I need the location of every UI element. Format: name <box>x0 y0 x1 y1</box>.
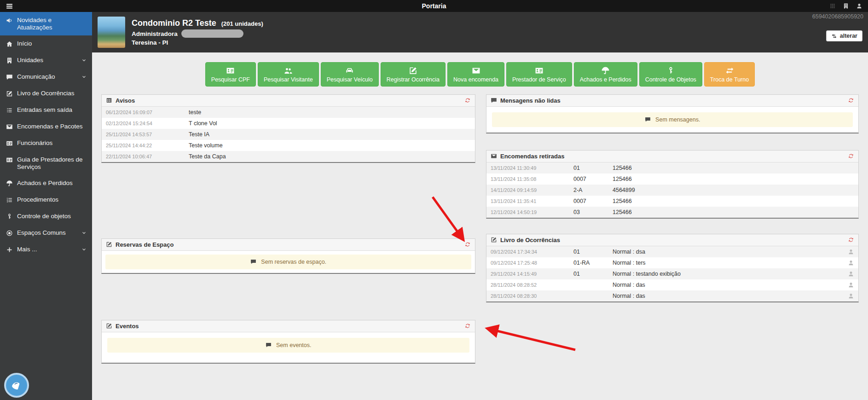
empty-notice: Sem eventos. <box>107 338 469 353</box>
panel-eventos-header: Eventos <box>102 320 475 332</box>
prestador-de-servico-button[interactable]: Prestador de Serviço <box>506 62 572 87</box>
sidebar-item-livro-de-ocorrencias[interactable]: Livro de Ocorrências <box>0 85 92 102</box>
table-row[interactable]: 25/11/2024 14:44:22Teste volume <box>102 140 475 151</box>
chevron-down-icon <box>81 75 87 80</box>
building-icon[interactable] <box>843 3 849 9</box>
table-row[interactable]: 09/12/2024 17:25:4801-RANormal : ters <box>486 257 858 268</box>
topbar-icons <box>829 3 862 9</box>
table-row[interactable]: 25/11/2024 14:53:57Teste IA <box>102 129 475 140</box>
panel-title: Livro de Ocorrências <box>500 237 560 243</box>
livro-list: 09/12/2024 17:34:3401Normal : dsa09/12/2… <box>486 246 858 301</box>
panel-avisos: Avisos 06/12/2024 16:09:07teste02/12/202… <box>101 94 475 163</box>
key-icon <box>666 66 675 75</box>
table-row[interactable]: 29/11/2024 14:15:4901Normal : testando e… <box>486 268 858 279</box>
pesquisar-visitante-button[interactable]: Pesquisar Visitante <box>258 62 319 87</box>
user-icon <box>848 282 854 288</box>
pesquisar-veiculo-button[interactable]: Pesquisar Veículo <box>321 62 379 87</box>
refresh-icon[interactable] <box>464 97 471 104</box>
table-row[interactable]: 28/11/2024 08:28:30Normal : das <box>486 290 858 301</box>
condo-city: Teresina - PI <box>132 39 263 46</box>
table-row[interactable]: 14/11/2024 09:14:592-A4564899 <box>486 185 858 196</box>
edit-icon <box>106 323 112 329</box>
panel-title: Avisos <box>116 97 135 104</box>
user-icon <box>848 249 854 255</box>
change-condo-button[interactable]: alterar <box>826 30 862 41</box>
sidebar-item-espacos-comuns[interactable]: Espaços Comuns <box>0 225 92 241</box>
refresh-icon[interactable] <box>464 323 471 329</box>
user-icon <box>848 260 854 266</box>
cell-text: Teste volume <box>189 142 471 149</box>
condo-info: Condominio R2 Teste (201 unidades) Admin… <box>132 18 263 46</box>
cell-text: T clone Vol <box>189 120 471 127</box>
accessibility-widget[interactable] <box>4 372 29 398</box>
cell-unit: 01 <box>573 165 613 171</box>
sidebar-item-label: Unidades <box>17 57 77 64</box>
cell-date: 06/12/2024 16:09:07 <box>106 110 189 115</box>
cell-date: 12/11/2024 14:50:19 <box>491 209 573 215</box>
sidebar-item-procedimentos[interactable]: Procedimentos <box>0 191 92 208</box>
cell-text: Teste IA <box>189 131 471 138</box>
sidebar-item-unidades[interactable]: Unidades <box>0 52 92 69</box>
dashboard: Pesquisar CPFPesquisar VisitantePesquisa… <box>92 52 868 400</box>
controle-de-objetos-button[interactable]: Controle de Objetos <box>639 62 702 87</box>
panel-title: Reservas de Espaço <box>116 241 174 248</box>
panel-mensagens: Mensagens não lidas Sem mensagens. <box>486 94 859 133</box>
encomendas-list: 13/11/2024 11:30:490112546613/11/2024 11… <box>486 162 858 218</box>
panel-reservas: Reservas de Espaço Sem reservas de espaç… <box>101 238 475 274</box>
cell-text: Teste da Capa <box>189 153 471 160</box>
cell-date: 09/12/2024 17:25:48 <box>491 260 573 266</box>
empty-notice: Sem reservas de espaço. <box>105 255 471 269</box>
sidebar-item-label: Mais ... <box>17 246 77 253</box>
user-icon[interactable] <box>856 3 862 9</box>
user-icon <box>848 271 854 277</box>
table-row[interactable]: 22/11/2024 10:06:47Teste da Capa <box>102 151 475 162</box>
building-icon <box>6 57 13 64</box>
sidebar-item-novidades-atualizacoes[interactable]: Novidades e Atualizações <box>0 12 92 35</box>
cell-date: 28/11/2024 08:28:52 <box>491 282 573 288</box>
chevron-down-icon <box>81 247 87 252</box>
refresh-icon[interactable] <box>848 97 854 104</box>
table-row[interactable]: 02/12/2024 15:24:54T clone Vol <box>102 118 475 129</box>
sidebar-menu: Novidades e AtualizaçõesInícioUnidadesCo… <box>0 12 92 258</box>
panel-avisos-header: Avisos <box>102 95 475 107</box>
table-row[interactable]: 09/12/2024 17:34:3401Normal : dsa <box>486 246 858 257</box>
sidebar-item-mais[interactable]: Mais ... <box>0 241 92 258</box>
table-row[interactable]: 06/12/2024 16:09:07teste <box>102 107 475 118</box>
registrar-ocorrencia-button[interactable]: Registrar Ocorrência <box>381 62 446 87</box>
cell-unit: 01 <box>573 249 613 255</box>
table-row[interactable]: 13/11/2024 11:30:4901125466 <box>486 162 858 174</box>
refresh-icon[interactable] <box>464 241 471 248</box>
sidebar-item-comunicacao[interactable]: Comunicação <box>0 69 92 85</box>
nova-encomenda-button[interactable]: Nova encomenda <box>447 62 504 87</box>
user-icon <box>848 293 854 299</box>
sidebar-item-encomendas-e-pacotes[interactable]: Encomendas e Pacotes <box>0 118 92 135</box>
button-label: Pesquisar Visitante <box>264 77 313 83</box>
table-row[interactable]: 13/11/2024 11:35:410007125466 <box>486 196 858 207</box>
achados-e-perdidos-button[interactable]: Achados e Perdidos <box>574 62 637 87</box>
troca-de-turno-button[interactable]: Troca de Turno <box>704 62 755 87</box>
sidebar-item-inicio[interactable]: Início <box>0 35 92 52</box>
address-card-icon <box>6 157 13 163</box>
table-row[interactable]: 13/11/2024 11:35:080007125466 <box>486 174 858 185</box>
panel-reservas-header: Reservas de Espaço <box>102 239 475 251</box>
pesquisar-cpf-button[interactable]: Pesquisar CPF <box>205 62 256 87</box>
apps-icon[interactable] <box>829 3 836 9</box>
panel-encomendas: Encomendas retiradas 13/11/2024 11:30:49… <box>486 150 859 219</box>
edit-icon <box>491 237 497 243</box>
table-row[interactable]: 12/11/2024 14:50:1903125466 <box>486 207 858 218</box>
sidebar-item-label: Novidades e Atualizações <box>17 17 87 31</box>
table-row[interactable]: 28/11/2024 08:28:52Normal : das <box>486 279 858 290</box>
right-column: Mensagens não lidas Sem mensagens. <box>486 94 859 364</box>
cell-code: 4564899 <box>613 187 854 193</box>
sidebar-item-controle-de-objetos[interactable]: Controle de objetos <box>0 208 92 225</box>
sidebar-item-funcionarios[interactable]: Funcionários <box>0 135 92 151</box>
sidebar-item-entradas-sem-saida[interactable]: Entradas sem saída <box>0 102 92 118</box>
cell-unit: 0007 <box>573 198 613 204</box>
refresh-icon[interactable] <box>848 237 854 243</box>
sidebar-item-label: Achados e Perdidos <box>17 180 87 187</box>
refresh-icon[interactable] <box>848 153 854 159</box>
sidebar-item-label: Controle de objetos <box>17 213 87 220</box>
sidebar-item-guia-de-prestadores[interactable]: Guia de Prestadores de Serviços <box>0 151 92 175</box>
comment-icon <box>645 116 651 122</box>
sidebar-item-achados-e-perdidos[interactable]: Achados e Perdidos <box>0 175 92 191</box>
